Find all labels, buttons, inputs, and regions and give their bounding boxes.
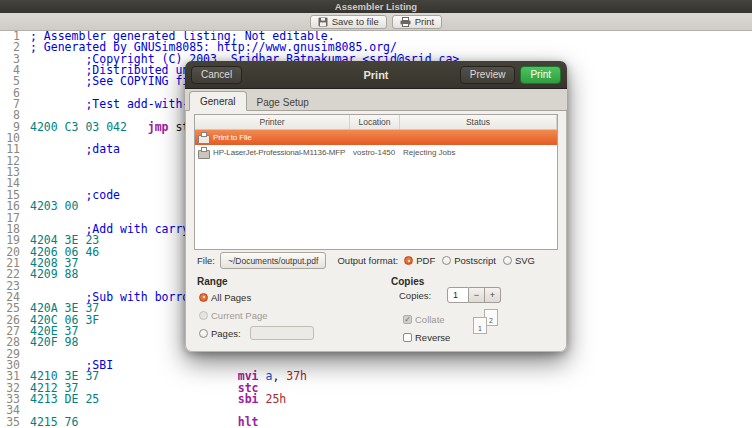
column-header-printer[interactable]: Printer — [195, 115, 350, 129]
window-title: Assembler Listing — [335, 1, 417, 12]
code-token — [30, 97, 85, 111]
code-token: 4203 00 — [30, 199, 78, 213]
column-header-status[interactable]: Status — [400, 115, 557, 129]
tab-general[interactable]: General — [189, 91, 247, 111]
printer-row[interactable]: HP-LaserJet-Professional-M1136-MFPvostro… — [195, 145, 557, 160]
checkbox-icon — [403, 333, 412, 342]
code-token: 4213 DE 25 — [30, 392, 99, 406]
code-token — [30, 142, 85, 156]
radio-icon — [199, 329, 208, 338]
code-text — [20, 110, 30, 121]
save-to-file-label: Save to file — [332, 16, 379, 27]
format-radio-pdf[interactable]: PDF — [404, 255, 435, 266]
code-text — [20, 156, 30, 167]
cancel-button[interactable]: Cancel — [191, 66, 242, 84]
code-token: 4200 C3 03 042 — [30, 120, 127, 134]
line-number: 35 — [0, 417, 20, 428]
code-line: 334213 DE 25 sbi 25h — [0, 394, 752, 405]
file-row: File: ~/Documents/output.pdf Output form… — [197, 252, 560, 269]
copies-row: Copies: 1 − + — [399, 287, 501, 303]
copies-label: Copies: — [399, 290, 447, 301]
save-to-file-button[interactable]: Save to file — [310, 15, 387, 29]
pages-entry[interactable] — [250, 326, 314, 340]
preview-button[interactable]: Preview — [460, 66, 516, 84]
range-option-pages[interactable]: Pages: — [199, 324, 314, 342]
code-token: 4209 88 — [30, 267, 78, 281]
format-radio-label: SVG — [515, 255, 535, 266]
range-option-label: Current Page — [211, 310, 268, 321]
code-token — [99, 392, 237, 406]
copies-decrement-button[interactable]: − — [469, 287, 485, 303]
checkbox-label: Collate — [415, 314, 445, 325]
range-option-all-pages[interactable]: All Pages — [199, 288, 314, 306]
tab-bar: General Page Setup — [185, 89, 567, 111]
code-text — [20, 405, 30, 416]
tab-page-setup[interactable]: Page Setup — [247, 93, 319, 111]
format-radio-svg[interactable]: SVG — [503, 255, 535, 266]
printer-icon — [400, 17, 411, 27]
checkbox-collate[interactable]: ✓Collate — [403, 310, 450, 328]
range-option-label: All Pages — [211, 292, 251, 303]
code-text: ;data — [20, 144, 120, 155]
save-icon — [318, 17, 328, 27]
code-text — [20, 167, 30, 178]
range-option-current-page[interactable]: Current Page — [199, 306, 314, 324]
code-text — [20, 178, 30, 189]
range-section-title: Range — [197, 276, 228, 287]
code-token — [127, 120, 148, 134]
print-dialog-header[interactable]: Cancel Print Preview Print — [185, 61, 567, 89]
header-actions: Preview Print — [460, 66, 561, 84]
file-button[interactable]: ~/Documents/output.pdf — [220, 252, 327, 269]
copies-checkboxes: ✓CollateReverse — [403, 310, 450, 346]
code-text: ;See COPYING file. — [20, 76, 210, 87]
print-toolbar-label: Print — [415, 16, 435, 27]
code-text — [20, 133, 30, 144]
copies-increment-button[interactable]: + — [485, 287, 501, 303]
code-token: hlt — [238, 415, 259, 428]
checkbox-icon: ✓ — [403, 315, 412, 324]
print-button[interactable]: Print — [520, 66, 561, 84]
column-header-location[interactable]: Location — [350, 115, 400, 129]
format-radio-postscript[interactable]: Postscript — [442, 255, 496, 266]
code-text — [20, 349, 30, 360]
printer-name-cell: Print to File — [195, 130, 350, 145]
code-text: 4200 C3 03 042 jmp start — [20, 122, 210, 133]
printer-status-cell — [400, 130, 557, 145]
copies-value-entry[interactable]: 1 — [447, 287, 469, 303]
output-format-radios: PDFPostscriptSVG — [404, 255, 535, 266]
preview-page-2-number: 2 — [489, 316, 493, 325]
output-format-label: Output format: — [337, 255, 398, 266]
range-option-label: Pages: — [211, 328, 241, 339]
range-options: All PagesCurrent PagePages: — [199, 288, 314, 342]
print-dialog: Cancel Print Preview Print General Page … — [185, 61, 567, 352]
printer-list: Printer Location Status Print to FileHP-… — [194, 114, 558, 250]
printer-list-header: Printer Location Status — [195, 115, 557, 130]
code-text — [20, 88, 30, 99]
checkbox-reverse[interactable]: Reverse — [403, 328, 450, 346]
radio-icon — [503, 256, 512, 265]
file-label: File: — [197, 255, 215, 266]
code-text — [20, 281, 30, 292]
printer-status-cell: Rejecting Jobs — [400, 145, 557, 160]
code-token: sbi — [238, 392, 259, 406]
code-token: 25h — [265, 392, 286, 406]
copies-spinner: 1 − + — [447, 287, 501, 303]
code-text: 4213 DE 25 sbi 25h — [20, 394, 286, 405]
checkbox-label: Reverse — [415, 332, 450, 343]
print-to-file-icon — [198, 135, 210, 144]
printer-icon — [198, 150, 210, 159]
preview-page-1-number: 1 — [478, 324, 482, 333]
printer-name: Print to File — [213, 133, 252, 142]
printer-row[interactable]: Print to File — [195, 130, 557, 145]
code-token — [30, 74, 85, 88]
printer-location-cell — [350, 130, 400, 145]
printer-location-cell: vostro-1450 — [350, 145, 400, 160]
print-toolbar-button[interactable]: Print — [392, 15, 443, 29]
code-token: ;data — [85, 142, 120, 156]
copies-section-title: Copies — [391, 276, 424, 287]
code-token: 4215 76 — [30, 415, 78, 428]
printer-name: HP-LaserJet-Professional-M1136-MFP — [213, 148, 345, 157]
code-token: 37h — [286, 369, 307, 383]
window-titlebar[interactable]: Assembler Listing — [0, 0, 752, 13]
code-token: 420F 98 — [30, 335, 78, 349]
